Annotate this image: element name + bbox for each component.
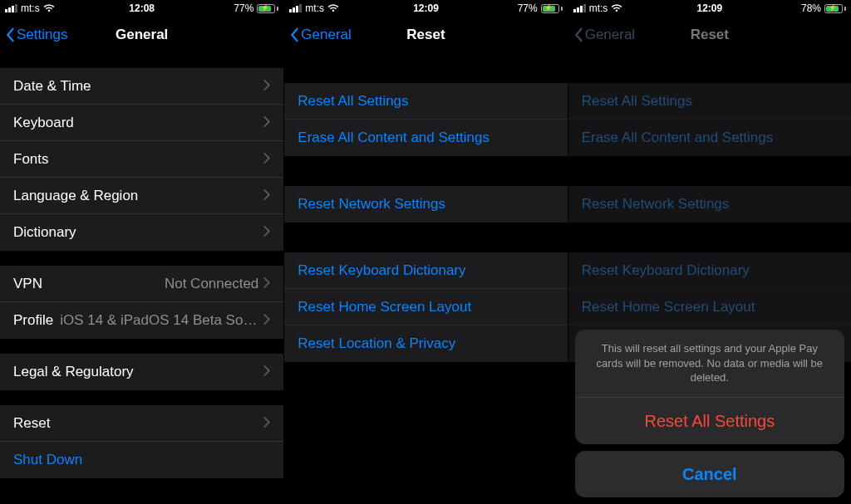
chevron-right-icon	[263, 115, 270, 131]
chevron-right-icon	[263, 224, 270, 241]
reset-all-settings-button[interactable]: Reset All Settings	[284, 83, 567, 120]
row-keyboard[interactable]: Keyboard	[0, 105, 283, 141]
battery-icon: ⚡	[541, 4, 563, 13]
row-fonts[interactable]: Fonts	[0, 141, 283, 178]
row-legal[interactable]: Legal & Regulatory	[0, 354, 283, 390]
signal-icon	[5, 4, 17, 12]
back-label: Settings	[17, 27, 67, 43]
chevron-right-icon	[263, 415, 270, 432]
chevron-right-icon	[263, 78, 270, 95]
cancel-button[interactable]: Cancel	[575, 451, 844, 497]
back-button[interactable]: Settings	[0, 27, 67, 43]
vpn-status-label: Not Connected	[165, 276, 258, 292]
wifi-icon	[43, 3, 55, 13]
reset-location-privacy-button[interactable]: Reset Location & Privacy	[284, 325, 567, 362]
nav-bar: General Reset	[284, 17, 567, 53]
screen-general: mt:s 12:08 77% ⚡ Settings General Date &…	[0, 0, 283, 504]
row-reset[interactable]: Reset	[0, 405, 283, 442]
back-label: General	[301, 27, 351, 43]
screen-reset: mt:s 12:09 77% ⚡ General Reset Reset All…	[283, 0, 567, 504]
profile-detail-label: iOS 14 & iPadOS 14 Beta Softwar...	[60, 312, 258, 329]
status-bar: mt:s 12:08 77% ⚡	[0, 0, 283, 17]
row-shut-down[interactable]: Shut Down	[0, 442, 283, 478]
status-bar: mt:s 12:09 77% ⚡	[284, 0, 567, 17]
chevron-left-icon	[289, 27, 299, 42]
battery-icon: ⚡	[257, 4, 278, 13]
nav-bar: Settings General	[0, 17, 283, 53]
signal-icon	[289, 4, 302, 12]
back-button[interactable]: General	[284, 27, 351, 43]
wifi-icon	[327, 3, 339, 13]
carrier-label: mt:s	[305, 2, 324, 14]
reset-keyboard-dict-button[interactable]: Reset Keyboard Dictionary	[284, 252, 567, 289]
reset-network-button[interactable]: Reset Network Settings	[284, 186, 567, 223]
battery-pct-label: 77%	[518, 2, 538, 14]
chevron-left-icon	[5, 27, 15, 42]
action-sheet: This will reset all settings and your Ap…	[575, 330, 844, 497]
confirm-reset-button[interactable]: Reset All Settings	[575, 398, 844, 444]
battery-pct-label: 77%	[234, 2, 253, 14]
chevron-right-icon	[263, 151, 270, 168]
chevron-right-icon	[263, 276, 270, 292]
row-profile[interactable]: ProfileiOS 14 & iPadOS 14 Beta Softwar..…	[0, 302, 283, 339]
erase-all-button[interactable]: Erase All Content and Settings	[284, 120, 567, 156]
row-language-region[interactable]: Language & Region	[0, 178, 283, 214]
chevron-right-icon	[263, 188, 270, 204]
row-dictionary[interactable]: Dictionary	[0, 214, 283, 251]
action-sheet-message: This will reset all settings and your Ap…	[575, 330, 844, 398]
chevron-right-icon	[263, 312, 270, 329]
chevron-right-icon	[263, 364, 270, 380]
carrier-label: mt:s	[21, 2, 40, 14]
reset-home-layout-button[interactable]: Reset Home Screen Layout	[284, 289, 567, 325]
screen-reset-confirm: mt:s 12:09 78% ⚡ General Reset Reset All…	[568, 0, 851, 504]
row-vpn[interactable]: VPNNot Connected	[0, 266, 283, 302]
row-date-time[interactable]: Date & Time	[0, 68, 283, 105]
